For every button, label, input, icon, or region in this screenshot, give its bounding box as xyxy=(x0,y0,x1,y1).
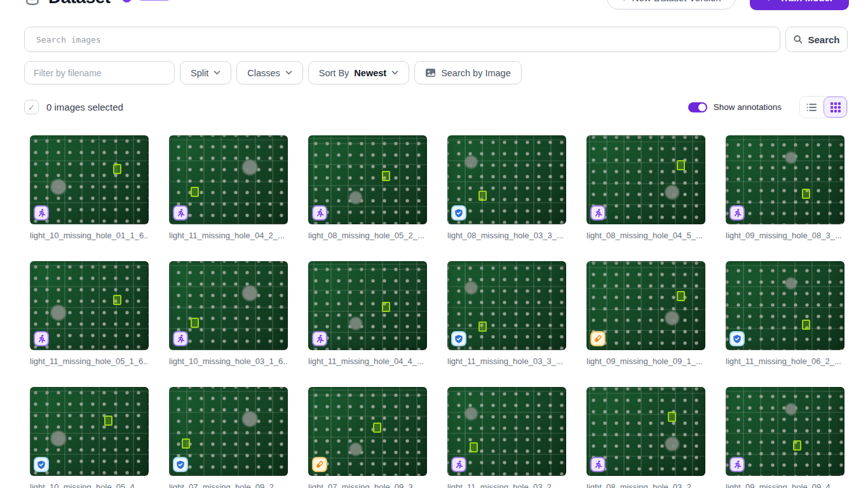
image-tile[interactable]: light_11_missing_hole_04_2_... xyxy=(169,135,288,240)
pcb-image-thumbnail[interactable] xyxy=(169,261,288,350)
pcb-image-thumbnail[interactable] xyxy=(726,135,844,224)
grid-view-button[interactable] xyxy=(824,97,847,118)
annotation-box xyxy=(802,320,810,330)
image-tile[interactable]: light_11_missing_hole_05_1_6... xyxy=(30,261,149,366)
train-split-badge-icon xyxy=(34,331,49,346)
chevron-down-icon xyxy=(214,71,220,75)
image-filename: light_08_missing_hole_03_2_... xyxy=(587,482,705,488)
show-annotations-toggle[interactable] xyxy=(688,102,707,112)
image-tile[interactable]: light_09_missing_hole_08_3_... xyxy=(726,135,844,240)
pcb-image-thumbnail[interactable] xyxy=(587,261,705,350)
image-filename: light_10_missing_hole_05_4_... xyxy=(30,482,149,488)
search-by-image-button[interactable]: Search by Image xyxy=(414,61,522,85)
pcb-image-thumbnail[interactable] xyxy=(30,261,149,350)
chevron-down-icon xyxy=(391,71,398,75)
pcb-image-thumbnail[interactable] xyxy=(30,135,149,224)
pcb-image-thumbnail[interactable] xyxy=(308,387,427,476)
pcb-image-thumbnail[interactable] xyxy=(726,387,844,476)
annotation-box xyxy=(802,189,810,199)
image-tile[interactable]: light_11_missing_hole_06_2_... xyxy=(726,261,844,366)
filter-by-filename-input[interactable] xyxy=(24,61,175,85)
new-dataset-version-button[interactable]: + New Dataset Version xyxy=(607,0,736,10)
images-selected-label: 0 images selected xyxy=(46,102,123,112)
image-tile[interactable]: light_09_missing_hole_09_1_... xyxy=(587,261,705,366)
image-tile[interactable]: light_08_missing_hole_03_2_... xyxy=(587,387,705,488)
pcb-image-thumbnail[interactable] xyxy=(308,261,427,350)
pcb-image-thumbnail[interactable] xyxy=(587,387,705,476)
train-split-badge-icon xyxy=(312,331,327,346)
image-filename: light_07_missing_hole_09_2_... xyxy=(169,482,288,488)
train-split-badge-icon xyxy=(451,457,466,472)
image-tile[interactable]: light_08_missing_hole_03_3_... xyxy=(447,135,566,240)
annotation-box xyxy=(191,318,199,328)
annotation-box xyxy=(668,412,676,422)
train-split-badge-icon xyxy=(590,457,606,472)
pcb-image-thumbnail[interactable] xyxy=(447,387,566,476)
image-filename: light_07_missing_hole_09_3_... xyxy=(308,482,427,488)
train-split-badge-icon xyxy=(729,457,745,472)
plus-icon: + xyxy=(621,0,627,3)
toggle-knob xyxy=(698,104,706,111)
image-tile[interactable]: light_10_missing_hole_05_4_... xyxy=(30,387,149,488)
image-tile[interactable]: light_09_missing_hole_09_4_... xyxy=(726,387,844,488)
header-actions: + New Dataset Version Train Model xyxy=(607,0,849,10)
annotation-box xyxy=(470,442,478,452)
image-filename: light_11_missing_hole_06_2_... xyxy=(726,356,844,366)
list-icon xyxy=(806,103,817,112)
valid-split-badge-icon xyxy=(451,205,466,220)
image-filename: light_11_missing_hole_04_4_... xyxy=(308,356,427,366)
filter-row: Split Classes Sort By Newest xyxy=(24,61,522,85)
image-filename: light_11_missing_hole_03_3_... xyxy=(447,356,566,366)
annotation-box xyxy=(478,322,487,332)
annotation-box xyxy=(793,440,801,451)
dataset-page: Dataset + New Dataset Version Train Mode… xyxy=(0,0,868,488)
image-tile[interactable]: light_07_missing_hole_09_3_... xyxy=(308,387,427,488)
image-tile[interactable]: light_08_missing_hole_04_5_... xyxy=(587,135,705,240)
valid-split-badge-icon xyxy=(34,457,49,472)
test-split-badge-icon xyxy=(590,331,606,346)
image-tile[interactable]: light_11_missing_hole_03_2_... xyxy=(447,387,566,488)
lightning-bolt-icon xyxy=(766,0,775,3)
image-tile[interactable]: light_10_missing_hole_01_1_6... xyxy=(30,135,149,240)
search-bar: Search xyxy=(24,27,848,52)
page-title: Dataset xyxy=(48,0,111,8)
image-tile[interactable]: light_10_missing_hole_03_1_6... xyxy=(169,261,288,366)
pcb-image-thumbnail[interactable] xyxy=(308,135,427,224)
train-split-badge-icon xyxy=(729,205,745,220)
pcb-image-thumbnail[interactable] xyxy=(447,261,566,350)
pcb-image-thumbnail[interactable] xyxy=(447,135,566,224)
picture-icon xyxy=(425,68,436,78)
image-tile[interactable]: light_11_missing_hole_04_4_... xyxy=(308,261,427,366)
image-tile[interactable]: light_07_missing_hole_09_2_... xyxy=(169,387,288,488)
search-button[interactable]: Search xyxy=(785,27,848,52)
pcb-image-thumbnail[interactable] xyxy=(726,261,844,350)
train-split-badge-icon xyxy=(173,331,188,346)
select-all-checkbox[interactable]: ✓ xyxy=(24,100,39,114)
list-view-button[interactable] xyxy=(800,97,824,118)
annotation-box xyxy=(104,416,112,426)
image-tile[interactable]: light_11_missing_hole_03_3_... xyxy=(447,261,566,366)
search-input[interactable] xyxy=(24,27,780,52)
annotation-box xyxy=(677,160,685,170)
annotation-box xyxy=(478,191,487,201)
sort-by-dropdown[interactable]: Sort By Newest xyxy=(308,61,409,85)
image-filename: light_08_missing_hole_03_3_... xyxy=(447,231,566,240)
image-filename: light_11_missing_hole_04_2_... xyxy=(169,231,288,240)
train-model-button[interactable]: Train Model xyxy=(750,0,849,10)
pcb-image-thumbnail[interactable] xyxy=(30,387,149,476)
pcb-image-thumbnail[interactable] xyxy=(169,387,288,476)
split-dropdown[interactable]: Split xyxy=(180,61,231,85)
image-filename: light_11_missing_hole_03_2_... xyxy=(447,482,566,488)
sort-value: Newest xyxy=(354,68,386,78)
annotation-box xyxy=(382,302,390,312)
app-header: Dataset + New Dataset Version Train Mode… xyxy=(24,0,849,18)
pcb-image-thumbnail[interactable] xyxy=(169,135,288,224)
view-tools: Show annotations xyxy=(688,96,848,118)
annotation-box xyxy=(191,187,199,197)
image-tile[interactable]: light_08_missing_hole_05_2_... xyxy=(308,135,427,240)
test-split-badge-icon xyxy=(312,457,327,472)
valid-split-badge-icon xyxy=(729,331,745,346)
version-badge-icon xyxy=(122,0,132,3)
classes-dropdown[interactable]: Classes xyxy=(236,61,303,85)
pcb-image-thumbnail[interactable] xyxy=(587,135,705,224)
